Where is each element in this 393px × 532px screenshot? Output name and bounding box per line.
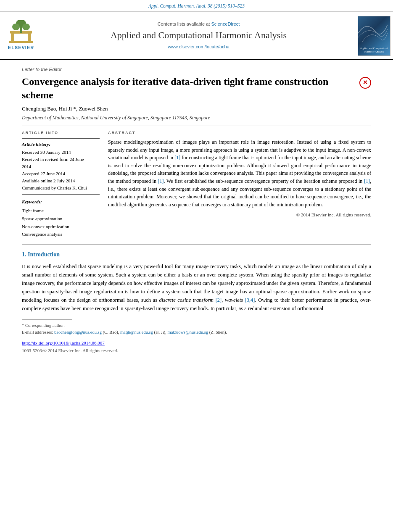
journal-title-area: Contents lists available at ScienceDirec…: [42, 16, 355, 56]
citation-text: Appl. Comput. Harmon. Anal. 38 (2015) 51…: [148, 3, 245, 8]
article-info-abstract-row: ARTICLE INFO Article history: Received 3…: [22, 130, 371, 238]
affiliation-line: Department of Mathematics, National Univ…: [22, 114, 371, 121]
svg-rect-0: [11, 33, 14, 41]
article-history-box: Article history: Received 30 January 201…: [22, 138, 100, 195]
communicated-by: Communicated by Charles K. Chui: [22, 184, 100, 192]
elsevier-logo-area: ELSEVIER: [0, 16, 42, 56]
introduction-section: 1. Introduction It is now well establish…: [22, 250, 371, 313]
intro-heading: 1. Introduction: [22, 250, 371, 259]
doi-line: http://dx.doi.org/10.1016/j.acha.2014.06…: [22, 340, 371, 347]
ref1-link-1[interactable]: [1]: [174, 155, 180, 161]
corresponding-author-note: * Corresponding author.: [22, 322, 371, 329]
star-note-text: * Corresponding author.: [22, 323, 65, 328]
header-divider: [22, 126, 371, 126]
keywords-section: Keywords: Tight frame Sparse approximati…: [22, 199, 100, 238]
doi-link[interactable]: http://dx.doi.org/10.1016/j.acha.2014.06…: [22, 340, 105, 345]
keyword-sparse: Sparse approximation: [22, 215, 100, 223]
elsevier-logo: ELSEVIER: [7, 20, 35, 51]
date-online: Available online 2 July 2014: [22, 177, 100, 184]
svg-rect-7: [9, 41, 33, 43]
footnote-divider: [22, 319, 72, 320]
keyword-tight-frame: Tight frame: [22, 207, 100, 215]
journal-header: ELSEVIER Contents lists available at Sci…: [0, 12, 393, 60]
email-bao[interactable]: baochenglong@nus.edu.sg: [54, 330, 102, 334]
abstract-column: ABSTRACT Sparse modeling/approximation o…: [108, 130, 371, 238]
svg-point-5: [12, 24, 20, 30]
date-received: Received 30 January 2014: [22, 149, 100, 156]
journal-cover-image: Applied and ComputationalHarmonic Analys…: [358, 16, 390, 56]
journal-citation: Appl. Comput. Harmon. Anal. 38 (2015) 51…: [0, 0, 393, 12]
date-revised: Received in revised form 24 June: [22, 156, 100, 163]
article-info-column: ARTICLE INFO Article history: Received 3…: [22, 130, 100, 238]
section-divider: [22, 244, 371, 245]
paper-title: Convergence analysis for iterative data-…: [22, 75, 371, 101]
crossmark-icon: ✕: [359, 77, 371, 89]
history-label: Article history:: [22, 141, 100, 148]
keyword-convergence: Convergence analysis: [22, 230, 100, 238]
issn-line: 1063-5203/© 2014 Elsevier Inc. All right…: [22, 348, 371, 354]
ref34-link[interactable]: [3,4]: [245, 297, 255, 303]
cover-art-icon: [358, 16, 388, 46]
journal-cover-right: Applied and ComputationalHarmonic Analys…: [355, 16, 393, 56]
date-accepted: Accepted 27 June 2014: [22, 170, 100, 177]
keywords-label: Keywords:: [22, 199, 100, 205]
svg-point-6: [22, 24, 30, 30]
ref1-link-3[interactable]: [1]: [364, 178, 370, 184]
date-revised-year: 2014: [22, 163, 100, 170]
elsevier-tree-icon: [7, 20, 35, 43]
email-line: E-mail addresses: baochenglong@nus.edu.s…: [22, 329, 371, 336]
email-label: E-mail addresses:: [22, 330, 53, 334]
journal-url: www.elsevier.com/locate/acha: [46, 44, 351, 50]
email-ji[interactable]: matjh@nus.edu.sg: [120, 330, 153, 334]
svg-rect-1: [28, 33, 31, 41]
crossmark-badge: ✕: [359, 77, 371, 89]
author-names: Chenglong Bao, Hui Ji *, Zuowei Shen: [22, 105, 108, 112]
footnote-area: * Corresponding author. E-mail addresses…: [22, 322, 371, 336]
copyright-line: © 2014 Elsevier Inc. All rights reserved…: [108, 212, 371, 219]
ref2-link[interactable]: [2]: [216, 297, 222, 303]
elsevier-name: ELSEVIER: [8, 45, 34, 51]
paper-body: Letter to the Editor ✕ Convergence analy…: [0, 60, 393, 363]
journal-title: Applied and Computational Harmonic Analy…: [46, 29, 351, 42]
contents-available-line: Contents lists available at ScienceDirec…: [46, 21, 351, 28]
article-info-label: ARTICLE INFO: [22, 130, 100, 136]
abstract-label: ABSTRACT: [108, 130, 371, 136]
ref1-link-2[interactable]: [1]: [158, 178, 164, 184]
sciencedirect-link[interactable]: ScienceDirect: [211, 21, 240, 26]
email-shen[interactable]: matzuows@nus.edu.sg: [168, 330, 208, 334]
keyword-nonconvex: Non-convex optimization: [22, 223, 100, 231]
letter-label: Letter to the Editor: [22, 66, 371, 73]
abstract-text: Sparse modeling/approximation of images …: [108, 138, 371, 208]
authors-line: Chenglong Bao, Hui Ji *, Zuowei Shen: [22, 105, 371, 113]
intro-paragraph: It is now well established that sparse m…: [22, 262, 371, 313]
cover-title-text: Applied and ComputationalHarmonic Analys…: [360, 47, 388, 54]
